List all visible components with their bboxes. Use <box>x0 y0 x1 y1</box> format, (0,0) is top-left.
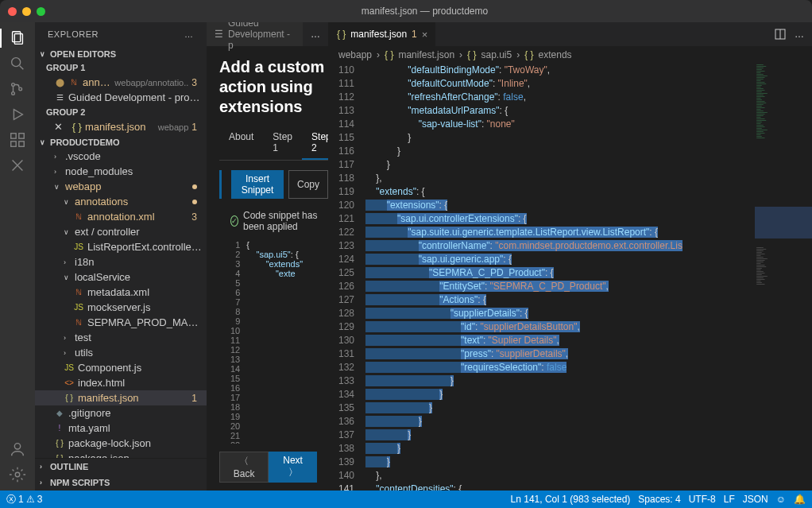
error-icon: ⓧ <box>6 493 16 506</box>
folder-webapp[interactable]: ∨webapp <box>35 179 207 194</box>
folder-node-modules[interactable]: ›node_modules <box>35 164 207 179</box>
titlebar: manifest.json — productdemo <box>0 0 812 22</box>
tab-step1[interactable]: Step 1 <box>263 126 302 160</box>
svg-point-2 <box>12 58 21 67</box>
group-2-label: GROUP 2 <box>35 105 207 119</box>
explorer-title: EXPLORER <box>48 29 99 39</box>
svg-point-5 <box>12 92 15 95</box>
next-button[interactable]: Next 〉 <box>269 452 317 483</box>
run-icon[interactable] <box>8 105 27 124</box>
bell-icon[interactable]: 🔔 <box>794 494 806 505</box>
tab-about[interactable]: About <box>219 126 263 160</box>
explorer-header: EXPLORER … <box>35 22 207 46</box>
folder-ext-controller[interactable]: ∨ext / controller <box>35 224 207 239</box>
activity-bar <box>0 22 35 491</box>
file-lrext[interactable]: JSListReportExt.controller.js <box>35 239 207 254</box>
feedback-icon[interactable]: ☺ <box>776 494 786 505</box>
folder-localservice[interactable]: ∨localService <box>35 270 207 285</box>
line-gutter: 1101111121131141151161171181191201211221… <box>329 64 365 491</box>
modified-dot-icon <box>192 184 197 189</box>
folder-annotations[interactable]: ∨annotations <box>35 194 207 209</box>
folder-utils[interactable]: ›utils <box>35 345 207 360</box>
more-icon[interactable]: … <box>184 29 194 39</box>
file-mta[interactable]: !mta.yaml <box>35 421 207 436</box>
status-eol[interactable]: LF <box>724 494 735 505</box>
max-dot[interactable] <box>37 7 45 16</box>
svg-point-12 <box>14 444 20 449</box>
folder-i18n[interactable]: ›i18n <box>35 254 207 270</box>
explorer-icon[interactable] <box>8 29 27 48</box>
file-pkg[interactable]: { }package.json <box>35 451 207 458</box>
close-dot[interactable] <box>8 7 17 16</box>
svg-rect-10 <box>19 142 24 146</box>
snippet-preview: 12345678910111213141516171819202122 { "s… <box>230 240 328 444</box>
back-button[interactable]: 〈 Back <box>219 452 269 483</box>
status-bar: ⓧ1 ⚠3 Ln 141, Col 1 (983 selected) Space… <box>0 491 812 508</box>
settings-icon[interactable] <box>8 465 27 484</box>
more-icon[interactable]: … <box>795 29 804 40</box>
window-title: manifest.json — productdemo <box>45 6 804 17</box>
code-content[interactable]: "defaultBindingMode": "TwoWay", "default… <box>365 64 755 491</box>
open-editors-section[interactable]: ∨ OPEN EDITORS <box>35 48 207 60</box>
svg-point-6 <box>19 87 22 91</box>
explorer-sidebar: EXPLORER … ∨ OPEN EDITORS GROUP 1 ⬤ℕ ann… <box>35 22 207 491</box>
more-icon[interactable]: … <box>311 29 320 40</box>
search-icon[interactable] <box>8 54 27 73</box>
minimap[interactable]: ▬▬▬▬▬▬▬▬▬▬▬▬▬▬▬▬▬▬▬▬▬▬▬▬▬▬▬▬▬▬▬▬▬▬▬▬▬▬▬▬… <box>755 64 812 491</box>
svg-rect-11 <box>19 134 24 138</box>
file-manifest-json[interactable]: { }manifest.json1 <box>35 390 207 405</box>
svg-rect-0 <box>13 32 21 42</box>
svg-rect-1 <box>14 34 22 45</box>
svg-point-4 <box>12 83 15 87</box>
file-pkglock[interactable]: { }package-lock.json <box>35 436 207 451</box>
file-gitignore[interactable]: ◆.gitignore <box>35 405 207 421</box>
status-lang[interactable]: JSON <box>743 494 768 505</box>
check-icon: ✓ <box>230 215 238 227</box>
file-mockserver[interactable]: JSmockserver.js <box>35 300 207 315</box>
warning-icon: ⚠ <box>26 494 35 505</box>
guided-heading: Add a custom action using extensions <box>219 57 328 117</box>
extensions-icon[interactable] <box>8 130 27 149</box>
modified-dot-icon <box>192 200 197 204</box>
tools-icon[interactable] <box>8 156 27 175</box>
min-dot[interactable] <box>22 7 31 16</box>
folder-test[interactable]: ›test <box>35 330 207 345</box>
folder-vscode[interactable]: ›.vscode <box>35 149 207 164</box>
svg-rect-8 <box>11 134 16 138</box>
guided-step-tabs: About Step 1 Step 2 <box>219 126 328 161</box>
file-metadata[interactable]: ℕmetadata.xml <box>35 285 207 300</box>
account-icon[interactable] <box>8 440 27 459</box>
copy-button[interactable]: Copy <box>288 170 328 199</box>
guided-panel: ☰Guided Development - p … Add a custom a… <box>207 22 329 491</box>
status-lncol[interactable]: Ln 141, Col 1 (983 selected) <box>511 494 631 505</box>
status-encoding[interactable]: UTF-8 <box>689 494 716 505</box>
file-component[interactable]: JSComponent.js <box>35 360 207 375</box>
status-spaces[interactable]: Spaces: 4 <box>638 494 680 505</box>
tab-guided-dev[interactable]: ☰Guided Development - p <box>207 22 303 46</box>
tab-step2[interactable]: Step 2 <box>302 126 328 160</box>
open-editor-annotation[interactable]: ⬤ℕ annotation.xml webapp/annotatio.. 3 <box>35 75 207 90</box>
snippet-applied-msg: ✓ Code snippet has been applied <box>219 205 328 240</box>
svg-marker-7 <box>14 110 22 120</box>
svg-rect-9 <box>11 142 16 146</box>
file-annotation-xml[interactable]: ℕannotation.xml3 <box>35 209 207 224</box>
insert-snippet-button[interactable]: Insert Snippet <box>231 170 284 199</box>
guided-tabbar: ☰Guided Development - p … <box>207 22 328 46</box>
close-tab-icon[interactable]: × <box>422 29 428 41</box>
status-problems[interactable]: ⓧ1 ⚠3 <box>6 493 42 506</box>
scm-icon[interactable] <box>8 79 27 99</box>
code-panel: { } manifest.json 1 × … webapp › { }mani… <box>329 22 812 491</box>
open-editor-guided[interactable]: ☰Guided Development - productdemo <box>35 90 207 105</box>
outline-section[interactable]: › OUTLINE <box>35 459 207 475</box>
npm-scripts-section[interactable]: › NPM SCRIPTS <box>35 475 207 491</box>
open-editor-manifest[interactable]: ✕ { } manifest.json webapp 1 <box>35 119 207 134</box>
tab-manifest[interactable]: { } manifest.json 1 × <box>329 22 435 46</box>
file-anno-mdl[interactable]: ℕSEPMRA_PROD_MAN_ANNO_MDL.xml <box>35 315 207 330</box>
file-tree: ›.vscode ›node_modules ∨webapp ∨annotati… <box>35 149 207 458</box>
window-controls <box>8 7 45 16</box>
file-index-html[interactable]: <>index.html <box>35 375 207 390</box>
split-icon[interactable] <box>774 28 787 41</box>
group-1-label: GROUP 1 <box>35 60 207 75</box>
breadcrumb[interactable]: webapp › { }manifest.json › { }sap.ui5 ›… <box>329 46 812 64</box>
project-section[interactable]: ∨ PRODUCTDEMO <box>35 136 207 149</box>
